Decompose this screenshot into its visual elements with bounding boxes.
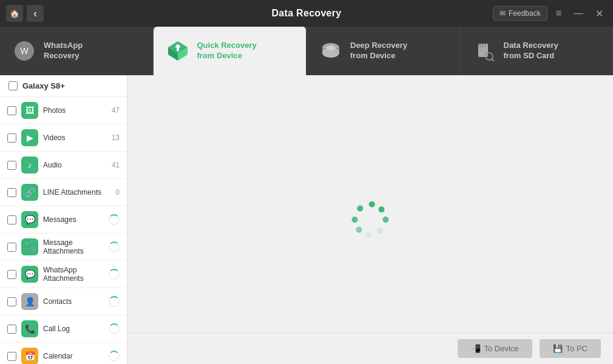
photos-icon: 🖼: [21, 102, 38, 119]
quick-recovery-tab-icon: [166, 39, 190, 63]
line-icon: 🔗: [21, 184, 38, 201]
to-device-label: To Device: [484, 344, 519, 353]
messages-icon: 💬: [21, 211, 38, 228]
msgattach-label: Message Attachments: [43, 238, 104, 255]
bottom-bar: 📲 To Device 💾 To PC: [127, 332, 613, 364]
device-name: Galaxy S8+: [22, 81, 65, 90]
line-label: LINE Attachments: [43, 188, 103, 197]
sidebar-item-videos[interactable]: ▶ Videos 13: [0, 124, 127, 152]
svg-point-18: [381, 220, 389, 228]
sidebar-header: Galaxy S8+: [0, 75, 127, 97]
contacts-icon: 👤: [21, 293, 38, 310]
calendar-label: Calendar: [43, 352, 104, 360]
svg-point-20: [360, 230, 368, 238]
title-bar-left: 🏠 ‹: [6, 5, 44, 22]
envelope-icon: ✉: [500, 9, 506, 18]
menu-button[interactable]: ≡: [552, 7, 565, 20]
svg-rect-14: [484, 44, 486, 47]
calllog-icon: 📞: [21, 320, 38, 337]
messages-label: Messages: [43, 215, 104, 224]
tab-quick-recovery[interactable]: Quick Recoveryfrom Device: [154, 27, 307, 75]
sidebar-item-line[interactable]: 🔗 LINE Attachments 0: [0, 179, 127, 206]
audio-label: Audio: [43, 161, 103, 169]
photos-checkbox[interactable]: [7, 106, 16, 115]
select-all-checkbox[interactable]: [8, 81, 18, 90]
svg-point-10: [326, 46, 336, 50]
sidebar-item-whatsapp[interactable]: 💬 WhatsApp Attachments: [0, 261, 127, 288]
whatsapp-checkbox[interactable]: [7, 270, 16, 279]
contacts-label: Contacts: [43, 297, 104, 306]
msgattach-checkbox[interactable]: [7, 243, 16, 252]
whatsapp-attach-label: WhatsApp Attachments: [43, 266, 104, 283]
audio-checkbox[interactable]: [7, 161, 16, 170]
svg-point-24: [373, 201, 381, 209]
sidebar-item-calendar[interactable]: 📅 Calendar: [0, 343, 127, 364]
videos-checkbox[interactable]: [7, 133, 16, 143]
tab-deep-recovery[interactable]: Deep Recoveryfrom Device: [306, 27, 460, 75]
tab-quick-label: Quick Recoveryfrom Device: [197, 41, 257, 61]
tab-sdcard[interactable]: Data Recoveryfrom SD Card: [460, 27, 614, 75]
feedback-label: Feedback: [509, 9, 541, 18]
videos-count: 13: [107, 133, 120, 142]
whatsapp-icon: 💬: [21, 266, 38, 283]
videos-label: Videos: [43, 133, 103, 142]
app-title: Data Recovery: [271, 8, 341, 19]
calllog-label: Call Log: [43, 325, 104, 333]
svg-rect-12: [479, 44, 481, 47]
whatsapp-loading: [109, 269, 120, 280]
tab-whatsapp-label: WhatsAppRecovery: [44, 41, 83, 61]
calendar-loading: [109, 351, 120, 362]
svg-text:W: W: [20, 46, 29, 56]
audio-count: 41: [107, 161, 120, 169]
title-bar-right: ✉ Feedback ≡ — ✕: [493, 6, 607, 21]
calendar-checkbox[interactable]: [7, 352, 16, 361]
svg-point-19: [373, 229, 381, 237]
msgattach-loading: [109, 241, 120, 252]
line-checkbox[interactable]: [7, 188, 16, 197]
deep-recovery-tab-icon: [319, 39, 343, 63]
home-button[interactable]: 🏠: [6, 5, 23, 22]
sidebar-item-photos[interactable]: 🖼 Photos 47: [0, 97, 127, 124]
photos-count: 47: [107, 106, 120, 115]
messages-loading: [109, 214, 120, 225]
svg-point-17: [380, 209, 388, 217]
content-area: 📲 To Device 💾 To PC: [127, 75, 613, 364]
svg-rect-13: [482, 44, 483, 47]
svg-line-16: [492, 59, 494, 61]
contacts-checkbox[interactable]: [7, 297, 16, 306]
tab-deep-label: Deep Recoveryfrom Device: [350, 41, 407, 61]
whatsapp-tab-icon: W: [12, 39, 36, 63]
back-button[interactable]: ‹: [27, 5, 44, 22]
svg-point-21: [353, 222, 361, 230]
sidebar-item-messages[interactable]: 💬 Messages: [0, 206, 127, 234]
to-pc-label: To PC: [566, 344, 588, 353]
line-count: 0: [107, 188, 120, 197]
tab-bar: W WhatsAppRecovery Quick Recoveryfrom De…: [0, 27, 613, 75]
sidebar-item-contacts[interactable]: 👤 Contacts: [0, 288, 127, 315]
feedback-button[interactable]: ✉ Feedback: [493, 6, 547, 21]
sidebar: Galaxy S8+ 🖼 Photos 47 ▶ Videos 13 ♪ Aud…: [0, 75, 127, 364]
tab-whatsapp[interactable]: W WhatsAppRecovery: [0, 27, 154, 75]
msgattach-icon: 📎: [21, 238, 38, 255]
to-device-icon: 📲: [471, 344, 481, 353]
svg-point-23: [360, 202, 368, 210]
contacts-loading: [109, 296, 120, 307]
sidebar-item-calllog[interactable]: 📞 Call Log: [0, 315, 127, 343]
svg-point-22: [351, 211, 359, 219]
photos-label: Photos: [43, 106, 103, 115]
calllog-checkbox[interactable]: [7, 325, 16, 334]
videos-icon: ▶: [21, 129, 38, 146]
main-area: Galaxy S8+ 🖼 Photos 47 ▶ Videos 13 ♪ Aud…: [0, 75, 613, 364]
to-pc-button[interactable]: 💾 To PC: [540, 339, 601, 358]
loading-spinner: [349, 198, 391, 241]
minimize-button[interactable]: —: [570, 7, 587, 20]
to-device-button[interactable]: 📲 To Device: [458, 339, 532, 358]
messages-checkbox[interactable]: [7, 215, 16, 224]
sidebar-item-msgattach[interactable]: 📎 Message Attachments: [0, 234, 127, 261]
tab-sdcard-label: Data Recoveryfrom SD Card: [504, 41, 558, 61]
calllog-loading: [109, 323, 120, 334]
to-pc-icon: 💾: [553, 344, 563, 353]
sidebar-item-audio[interactable]: ♪ Audio 41: [0, 152, 127, 179]
close-button[interactable]: ✕: [592, 7, 607, 21]
audio-icon: ♪: [21, 157, 38, 174]
